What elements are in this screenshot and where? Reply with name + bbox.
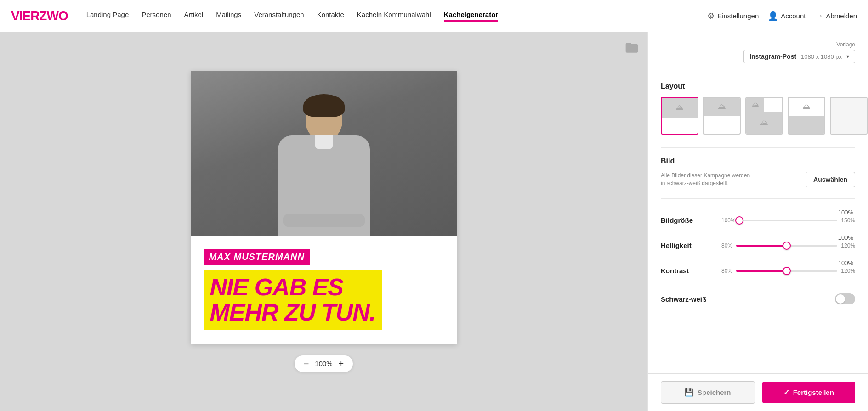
sidebar-footer: 💾 Speichern ✓ Fertigstellen [648,373,868,411]
person-collar [315,135,333,149]
canvas-card: MAX MUSTERMANN NIE GAB ES MEHR ZU TUN. [191,71,457,344]
helligkeit-row: Helligkeit 80% 120% [661,242,855,249]
bild-section: Bild Alle Bilder dieser Kampagne werden … [661,157,855,187]
nav-kachelgenerator[interactable]: Kachelgenerator [444,11,498,22]
nav-veranstaltungen[interactable]: Veranstaltungen [254,11,304,22]
logo-black: VIER [11,9,39,23]
person-head [306,99,342,140]
kontrast-value: 100% [838,259,855,266]
bildgroesse-max: 150% [841,217,855,224]
fertigstellen-button[interactable]: ✓ Fertigstellen [762,382,856,403]
zoom-out-button[interactable]: − [304,359,309,368]
helligkeit-fill [736,245,787,247]
bildgroesse-section: 100% Bildgröße 100% 150% [661,208,855,224]
divider-2 [661,147,855,148]
fertigstellen-label: Fertigstellen [793,388,834,396]
helligkeit-value: 100% [838,234,855,241]
helligkeit-thumb[interactable] [783,242,791,250]
slogan-line1: NIE GAB ES [210,274,344,300]
helligkeit-label: Helligkeit [661,242,716,249]
canvas-area: MAX MUSTERMANN NIE GAB ES MEHR ZU TUN. −… [0,32,647,411]
layout-option-1[interactable]: ⛰ [661,97,698,135]
layout-option-4[interactable]: ⛰ [788,97,825,135]
gear-icon: ⚙ [707,11,715,21]
layout-section: Layout ⛰ ⛰ [661,82,855,135]
chevron-down-icon: ▾ [846,53,849,60]
nav-right: ⚙ Einstellungen 👤 Account → Abmelden [707,11,857,21]
user-icon: 👤 [768,11,778,21]
bildgroesse-slider-container: 100% 150% [721,217,855,224]
kontrast-slider-container: 80% 120% [721,268,855,274]
speichern-button[interactable]: 💾 Speichern [661,381,755,404]
logout-icon: → [815,11,823,21]
vorlage-select[interactable]: Instagram-Post 1080 x 1080 px ▾ [743,50,855,63]
bild-header: Alle Bilder dieser Kampagne werden in sc… [661,172,855,187]
bildgroesse-row: Bildgröße 100% 150% [661,216,855,224]
vorlage-name: Instagram-Post [749,53,796,60]
image-icon-3b: ⛰ [760,118,768,128]
kontrast-track[interactable] [736,270,837,272]
canvas-text-area: MAX MUSTERMANN NIE GAB ES MEHR ZU TUN. [191,236,457,344]
logo[interactable]: VIERZWO [11,9,68,23]
image-icon-1: ⛰ [675,103,684,113]
person-hair [303,94,345,117]
sidebar: Vorlage Instagram-Post 1080 x 1080 px ▾ … [647,32,868,411]
kontrast-section: 100% Kontrast 80% 120% [661,259,855,275]
auswaehlen-button[interactable]: Auswählen [806,172,855,187]
slogan-line2: MEHR ZU TUN. [210,299,376,326]
canvas-photo [191,71,457,236]
kontrast-max: 120% [841,268,855,274]
kontrast-thumb[interactable] [783,267,791,275]
layout-grid: ⛰ ⛰ ⛰ [661,97,855,135]
abmelden-item[interactable]: → Abmelden [815,11,857,21]
layout-option-2[interactable]: ⛰ [703,97,741,135]
zoom-in-button[interactable]: + [339,359,344,368]
bildgroesse-min: 100% [721,217,736,224]
bildgroesse-value: 100% [838,209,855,216]
helligkeit-slider-container: 80% 120% [721,242,855,249]
bild-description: Alle Bilder dieser Kampagne werden in sc… [661,172,753,187]
toggle-thumb [836,294,845,304]
helligkeit-track[interactable] [736,245,837,247]
image-icon-2: ⛰ [718,102,726,112]
kontrast-row: Kontrast 80% 120% [661,267,855,275]
nav-kacheln-kommunalwahl[interactable]: Kacheln Kommunalwahl [357,11,431,22]
layout-option-3[interactable]: ⛰ ⛰ [745,97,783,135]
vorlage-section: Vorlage Instagram-Post 1080 x 1080 px ▾ [661,41,855,63]
nav-landing-page[interactable]: Landing Page [86,11,129,22]
bildgroesse-track[interactable] [739,220,838,221]
poster-name: MAX MUSTERMANN [209,252,305,262]
bild-title: Bild [661,157,855,165]
slogan-block: NIE GAB ES MEHR ZU TUN. [204,270,382,329]
image-icon-3a: ⛰ [751,100,760,110]
person-figure [278,94,370,236]
main-layout: MAX MUSTERMANN NIE GAB ES MEHR ZU TUN. −… [0,32,868,411]
nav-kontakte[interactable]: Kontakte [317,11,344,22]
account-label: Account [781,12,806,20]
account-item[interactable]: 👤 Account [768,11,806,21]
speichern-label: Speichern [698,388,731,396]
divider-1 [661,73,855,73]
image-icon-4: ⛰ [802,102,811,112]
nav-personen[interactable]: Personen [142,11,171,22]
bildgroesse-thumb[interactable] [735,216,743,225]
navbar: VIERZWO Landing Page Personen Artikel Ma… [0,0,868,32]
name-badge: MAX MUSTERMANN [204,249,310,265]
settings-item[interactable]: ⚙ Einstellungen [707,11,759,21]
nav-mailings[interactable]: Mailings [216,11,241,22]
folder-icon [624,40,639,55]
helligkeit-max: 120% [841,242,855,249]
person-arms [283,214,365,227]
nav-artikel[interactable]: Artikel [184,11,203,22]
helligkeit-min: 80% [721,242,732,249]
check-icon: ✓ [783,388,789,397]
zoom-bar: − 100% + [295,355,353,372]
settings-label: Einstellungen [717,12,759,20]
schwarzweiss-label: Schwarz-weiß [661,295,706,303]
kontrast-min: 80% [721,268,732,274]
folder-icon-area[interactable] [624,40,639,57]
layout-option-5[interactable] [830,97,868,135]
vorlage-label: Vorlage [836,41,855,48]
schwarzweiss-toggle[interactable] [835,293,855,304]
nav-links: Landing Page Personen Artikel Mailings V… [86,11,708,22]
